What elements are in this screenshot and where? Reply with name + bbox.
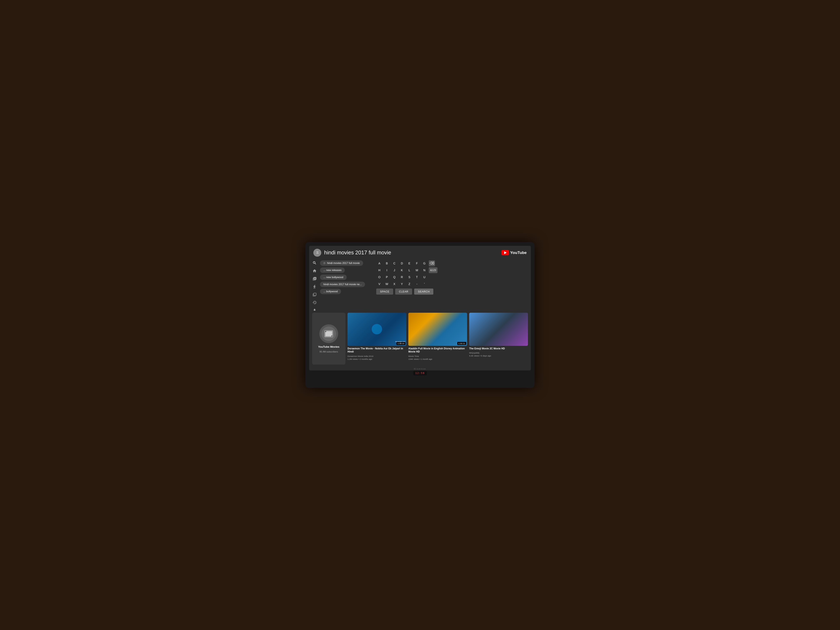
sidebar-item-downloads[interactable] — [311, 308, 318, 311]
space-button[interactable]: SPACE — [376, 289, 393, 295]
suggestion-item[interactable]: hindi movies 2017 full movie ne... — [320, 282, 365, 287]
key-numbers[interactable]: &123 — [429, 267, 437, 273]
sidebar-item-trending[interactable] — [311, 284, 318, 289]
video-title: Doraemon The Movie - Nobita Aur Ek Jalpa… — [347, 347, 406, 354]
key-x[interactable]: X — [391, 281, 398, 287]
key-o[interactable]: O — [376, 274, 382, 280]
search-query-title: hindi movies 2017 full movie — [324, 249, 502, 256]
youtube-logo: YouTube — [502, 250, 527, 255]
key-p[interactable]: P — [384, 274, 390, 280]
tv-feet — [309, 377, 531, 380]
channel-card[interactable]: YouTube Movies 95.4M subscribers — [312, 313, 346, 365]
clear-button[interactable]: CLEAR — [395, 289, 412, 295]
suggestion-item[interactable]: ... bollywood — [320, 289, 341, 294]
key-d[interactable]: D — [399, 261, 405, 266]
video-meta: Movie Time134K views • 1 month ago — [408, 355, 467, 361]
video-meta: MrQuyetMj9.4K views • 6 days ago — [469, 352, 528, 357]
suggestion-item[interactable]: ... new bollywood — [320, 275, 347, 280]
key-i[interactable]: I — [384, 267, 390, 273]
key--[interactable]: - — [414, 281, 420, 287]
channel-avatar — [319, 324, 338, 343]
key-t[interactable]: T — [414, 274, 420, 280]
video-duration: 1:32:21 — [457, 342, 466, 345]
key-s[interactable]: S — [406, 274, 412, 280]
video-list: 1:39:10doraeiga.com 1:39:10doraeiga.comD… — [347, 313, 528, 365]
channel-subscribers: 95.4M subscribers — [320, 351, 338, 353]
video-card[interactable]: 1:32:211:32:21Aladdin Full Movie in Engl… — [408, 313, 467, 365]
tv-brand: Hisense — [414, 368, 426, 370]
key-'[interactable]: ' — [421, 281, 428, 287]
keyboard-panel: ABCDEFG⌫HIJKLMN&123OPQRSTUVWXYZ-' SPACEC… — [374, 259, 529, 311]
key-z[interactable]: Z — [406, 281, 412, 287]
tv-bottom-bar: Hisense — [309, 367, 531, 370]
header: बहुतअच्छा hindi movies 2017 full movie Y… — [309, 246, 531, 259]
video-title: The Emoji Movie 2C Movie HD — [469, 347, 528, 351]
key-v[interactable]: V — [376, 281, 382, 287]
sidebar-item-search[interactable] — [311, 261, 318, 265]
tv-foot-right — [500, 377, 518, 380]
main-content: ◷hindi movies 2017 full movie... new rel… — [309, 259, 531, 311]
key-q[interactable]: Q — [391, 274, 398, 280]
tv-foot-left — [322, 377, 340, 380]
key-m[interactable]: M — [414, 267, 420, 273]
key-b[interactable]: B — [384, 261, 390, 266]
key-f[interactable]: F — [414, 261, 420, 266]
key-w[interactable]: W — [384, 281, 390, 287]
tv-clock: 12:59 — [413, 371, 427, 376]
sidebar-item-library[interactable] — [311, 292, 318, 297]
key-r[interactable]: R — [399, 274, 405, 280]
video-card[interactable]: 1:39:10doraeiga.com 1:39:10doraeiga.comD… — [347, 313, 406, 365]
key-backspace[interactable]: ⌫ — [429, 261, 435, 266]
video-meta: Doraemon Movie india 20191.2M views • 2 … — [347, 355, 406, 361]
tv-frame: बहुतअच्छा hindi movies 2017 full movie Y… — [305, 242, 535, 388]
sidebar-item-subscriptions[interactable] — [311, 277, 318, 281]
video-card[interactable]: The Emoji Movie 2C Movie HDMrQuyetMj9.4K… — [469, 313, 528, 365]
suggestions-list: ◷hindi movies 2017 full movie... new rel… — [320, 261, 374, 294]
keyboard-action-row: SPACECLEARSEARCH — [376, 289, 526, 295]
key-e[interactable]: E — [406, 261, 412, 266]
key-y[interactable]: Y — [399, 281, 405, 287]
key-l[interactable]: L — [406, 267, 412, 273]
search-button[interactable]: SEARCH — [414, 289, 433, 295]
suggestion-item[interactable]: ◷hindi movies 2017 full movie — [320, 261, 363, 266]
sidebar-item-history[interactable] — [311, 300, 318, 305]
key-a[interactable]: A — [376, 261, 382, 266]
suggestions-panel: ◷hindi movies 2017 full movie... new rel… — [320, 259, 374, 311]
tv-screen: बहुतअच्छा hindi movies 2017 full movie Y… — [309, 246, 531, 371]
youtube-label: YouTube — [510, 250, 527, 255]
results-section: YouTube Movies 95.4M subscribers 1:39:10… — [309, 311, 531, 367]
key-h[interactable]: H — [376, 267, 382, 273]
virtual-keyboard: ABCDEFG⌫HIJKLMN&123OPQRSTUVWXYZ-' — [376, 261, 526, 287]
video-watermark: doraeiga.com — [395, 341, 406, 343]
video-title: Aladdin Full Movie in English Disney Ani… — [408, 347, 467, 354]
suggestion-item[interactable]: ... new releases — [320, 267, 345, 273]
sidebar — [309, 259, 320, 311]
key-c[interactable]: C — [391, 261, 398, 266]
key-g[interactable]: G — [421, 261, 428, 266]
key-u[interactable]: U — [421, 274, 428, 280]
key-n[interactable]: N — [421, 267, 428, 273]
sidebar-item-home[interactable] — [311, 269, 318, 273]
key-k[interactable]: K — [399, 267, 405, 273]
key-j[interactable]: J — [391, 267, 398, 273]
channel-name: YouTube Movies — [318, 345, 339, 348]
youtube-icon — [502, 250, 509, 255]
user-avatar[interactable]: बहुतअच्छा — [313, 249, 321, 257]
